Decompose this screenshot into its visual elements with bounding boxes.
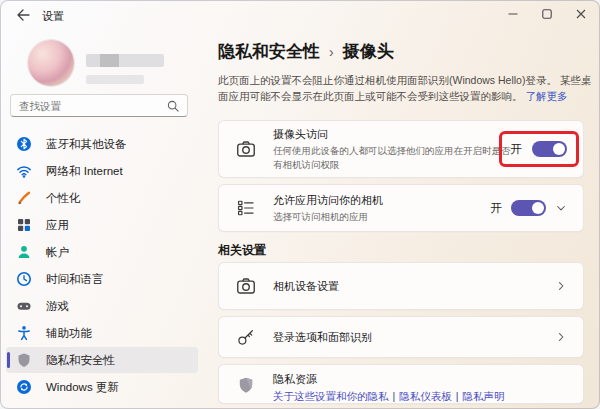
settings-window: 设置 [0, 0, 600, 409]
camera-access-card: 摄像头访问 任何使用此设备的人都可以选择他们的应用在开启时是否有相机访问权限 开 [218, 120, 584, 178]
maximize-icon [542, 9, 552, 19]
about-settings-privacy-link[interactable]: 关于这些设置和你的隐私 [273, 390, 389, 402]
camera-access-toggle[interactable] [532, 141, 567, 157]
page-description: 此页面上的设置不会阻止你通过相机使用面部识别(Windows Hello)登录。… [218, 72, 593, 105]
sidebar-item-privacy-security[interactable]: 隐私和安全性 [6, 347, 198, 373]
sidebar-item-label: 帐户 [46, 245, 69, 260]
annotation-highlight-box: 开 [499, 131, 580, 167]
clock-globe-icon [16, 271, 32, 287]
paintbrush-icon [16, 190, 32, 206]
sidebar: 蓝牙和其他设备 网络和 Internet 个性化 [0, 30, 208, 409]
sidebar-item-label: 应用 [46, 218, 69, 233]
breadcrumb-separator: › [329, 44, 334, 60]
close-icon [576, 9, 586, 19]
minimize-button[interactable] [496, 0, 530, 28]
selected-indicator [7, 352, 10, 368]
related-settings-header: 相关设置 [218, 242, 266, 259]
apps-icon [16, 217, 32, 233]
person-icon [16, 244, 32, 260]
sidebar-item-label: 隐私和安全性 [46, 353, 115, 368]
sidebar-item-gaming[interactable]: 游戏 [6, 293, 198, 319]
back-arrow-icon [16, 9, 30, 21]
page-title: 摄像头 [343, 40, 394, 63]
app-title: 设置 [42, 9, 64, 24]
camera-device-settings-title: 相机设备设置 [273, 279, 555, 294]
camera-access-description: 任何使用此设备的人都可以选择他们的应用在开启时是否有相机访问权限 [273, 144, 511, 172]
allow-apps-description: 选择可访问相机的应用 [273, 210, 491, 224]
shield-icon [235, 376, 257, 394]
search-box[interactable] [10, 94, 188, 117]
privacy-resources-title: 隐私资源 [273, 372, 567, 387]
camera-device-settings-card[interactable]: 相机设备设置 [218, 262, 584, 310]
search-icon [167, 100, 179, 112]
sidebar-item-label: 蓝牙和其他设备 [46, 137, 127, 152]
chevron-right-icon [555, 331, 567, 343]
toggle-knob [532, 202, 544, 214]
sidebar-item-label: 网络和 Internet [46, 164, 123, 179]
toggle-knob [553, 143, 565, 155]
signin-options-card[interactable]: 登录选项和面部识别 [218, 316, 584, 358]
sidebar-item-label: 游戏 [46, 299, 69, 314]
signin-options-title: 登录选项和面部识别 [273, 330, 555, 345]
sidebar-nav: 蓝牙和其他设备 网络和 Internet 个性化 [0, 130, 204, 401]
allow-apps-toggle[interactable] [511, 200, 546, 216]
sidebar-item-windows-update[interactable]: Windows 更新 [6, 374, 198, 400]
privacy-resources-card: 隐私资源 关于这些设置和你的隐私|隐私仪表板|隐私声明 [218, 364, 584, 404]
allow-apps-card[interactable]: 允许应用访问你的相机 选择可访问相机的应用 开 [218, 184, 584, 232]
toggle-state-label: 开 [511, 142, 523, 157]
sidebar-item-personalization[interactable]: 个性化 [6, 185, 198, 211]
toggle-state-label: 开 [491, 201, 503, 216]
app-list-icon [235, 199, 257, 217]
sidebar-item-apps[interactable]: 应用 [6, 212, 198, 238]
sidebar-item-time-language[interactable]: 时间和语言 [6, 266, 198, 292]
sidebar-item-accounts[interactable]: 帐户 [6, 239, 198, 265]
accessibility-icon [16, 325, 32, 341]
chevron-right-icon [555, 280, 567, 292]
user-avatar[interactable] [28, 40, 74, 86]
main-content: 隐私和安全性 › 摄像头 此页面上的设置不会阻止你通过相机使用面部识别(Wind… [208, 30, 600, 409]
close-button[interactable] [564, 0, 598, 28]
sidebar-item-label: Windows 更新 [46, 380, 119, 395]
maximize-button[interactable] [530, 0, 564, 28]
wifi-icon [16, 163, 32, 179]
breadcrumb: 隐私和安全性 › 摄像头 [218, 40, 394, 63]
camera-icon [235, 139, 257, 159]
sidebar-item-label: 辅助功能 [46, 326, 92, 341]
sidebar-item-label: 时间和语言 [46, 272, 104, 287]
sidebar-item-label: 个性化 [46, 191, 81, 206]
bluetooth-icon [16, 136, 32, 152]
learn-more-link[interactable]: 了解更多 [525, 90, 567, 102]
titlebar: 设置 [0, 0, 600, 30]
search-input[interactable] [19, 100, 167, 112]
allow-apps-title: 允许应用访问你的相机 [273, 193, 491, 208]
windows-update-icon [16, 379, 32, 395]
back-button[interactable] [12, 4, 34, 26]
privacy-statement-link[interactable]: 隐私声明 [462, 390, 504, 402]
chevron-down-icon[interactable] [555, 202, 567, 214]
minimize-icon [508, 9, 518, 19]
breadcrumb-parent[interactable]: 隐私和安全性 [218, 40, 320, 63]
sidebar-item-network[interactable]: 网络和 Internet [6, 158, 198, 184]
privacy-dashboard-link[interactable]: 隐私仪表板 [399, 390, 452, 402]
game-controller-icon [16, 298, 32, 314]
user-name-redacted [86, 54, 164, 67]
privacy-resources-links: 关于这些设置和你的隐私|隐私仪表板|隐私声明 [273, 390, 567, 404]
key-icon [235, 328, 257, 346]
sidebar-item-bluetooth[interactable]: 蓝牙和其他设备 [6, 131, 198, 157]
shield-icon [16, 352, 32, 368]
camera-icon [235, 276, 257, 296]
sidebar-item-accessibility[interactable]: 辅助功能 [6, 320, 198, 346]
link-separator: | [393, 390, 396, 402]
link-separator: | [456, 390, 459, 402]
user-email-redacted [86, 75, 144, 84]
